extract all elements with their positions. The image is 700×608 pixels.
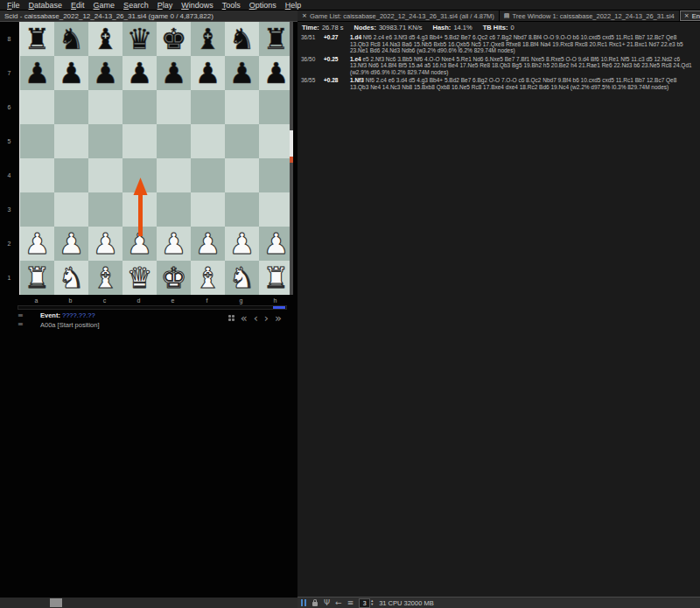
square-b3[interactable]	[54, 192, 88, 227]
square-h3[interactable]	[259, 192, 293, 227]
square-d1[interactable]: ♛	[122, 261, 157, 295]
pane-grip[interactable]	[50, 598, 62, 607]
square-d8[interactable]: ♛	[122, 22, 157, 56]
square-e2[interactable]: ♟	[157, 227, 191, 261]
square-a7[interactable]: ♟	[20, 56, 54, 90]
square-b6[interactable]	[54, 90, 88, 124]
menu-item-play[interactable]: Play	[153, 0, 178, 10]
multipv-spinbox[interactable]: 3 ▲ ▼	[359, 598, 374, 608]
square-h8[interactable]: ♜	[259, 22, 293, 56]
engine-line[interactable]: 36/50 +0.25 1.e4 e5 2.Nf3 Nc6 3.Bb5 Nf6 …	[301, 56, 696, 76]
square-f5[interactable]	[191, 124, 225, 158]
menu-item-windows[interactable]: Windows	[177, 0, 218, 10]
square-e7[interactable]: ♟	[157, 56, 191, 90]
square-b5[interactable]	[54, 124, 88, 158]
spin-down-icon[interactable]: ▼	[370, 603, 374, 606]
menu-item-tools[interactable]: Tools	[218, 0, 245, 10]
square-g5[interactable]	[225, 124, 259, 158]
square-h5[interactable]	[259, 124, 293, 158]
lines-list-button[interactable]: ≡	[347, 598, 354, 608]
square-a5[interactable]	[20, 124, 54, 158]
square-g6[interactable]	[225, 90, 259, 124]
square-a2[interactable]: ♟	[20, 227, 54, 261]
menu-item-options[interactable]: Options	[245, 0, 281, 10]
square-c7[interactable]: ♟	[88, 56, 122, 90]
square-h2[interactable]: ♟	[259, 227, 293, 261]
square-f4[interactable]	[191, 158, 225, 192]
square-g1[interactable]: ♞	[225, 261, 259, 295]
square-g7[interactable]: ♟	[225, 56, 259, 90]
close-icon[interactable]: ×	[302, 12, 307, 19]
square-f6[interactable]	[191, 90, 225, 124]
square-c3[interactable]	[88, 192, 122, 227]
back-arrow-button[interactable]: ←	[335, 598, 342, 608]
square-f7[interactable]: ♟	[191, 56, 225, 90]
square-d3[interactable]	[122, 192, 157, 227]
square-c5[interactable]	[88, 124, 122, 158]
forward-button[interactable]: ›	[264, 312, 269, 324]
square-d2[interactable]: ♟	[122, 227, 157, 261]
square-h6[interactable]	[259, 90, 293, 124]
back-button[interactable]: ‹	[254, 312, 258, 324]
square-f2[interactable]: ♟	[191, 227, 225, 261]
menu-item-file[interactable]: File	[3, 0, 24, 10]
menu-icon[interactable]: ≡	[18, 321, 24, 328]
close-icon[interactable]: ×	[684, 12, 690, 19]
square-g4[interactable]	[225, 158, 259, 192]
square-b4[interactable]	[54, 158, 88, 192]
multipv-value[interactable]: 3	[359, 598, 370, 608]
event-date-link[interactable]: ????.??.??	[62, 311, 95, 319]
square-e5[interactable]	[157, 124, 191, 158]
square-g8[interactable]: ♞	[225, 22, 259, 56]
square-f1[interactable]: ♝	[191, 261, 225, 295]
square-a3[interactable]	[20, 192, 54, 227]
square-h7[interactable]: ♟	[259, 56, 293, 90]
goto-end-button[interactable]: »	[275, 312, 282, 324]
menu-item-help[interactable]: Help	[281, 0, 306, 10]
menu-item-game[interactable]: Game	[89, 0, 120, 10]
eval-gauge-thumb[interactable]	[290, 130, 293, 157]
square-h1[interactable]: ♜	[259, 261, 293, 295]
lock-button[interactable]	[312, 598, 318, 607]
pause-button[interactable]	[301, 599, 306, 606]
square-c2[interactable]: ♟	[88, 227, 122, 261]
square-e3[interactable]	[157, 192, 191, 227]
goto-start-button[interactable]: «	[241, 312, 248, 324]
menu-item-search[interactable]: Search	[119, 0, 153, 10]
engine-line[interactable]: 36/55 +0.28 1.Nf3 Nf6 2.c4 e6 3.d4 d5 4.…	[301, 77, 696, 90]
tab-game-list[interactable]: × Game List: caissabase_2022_12_24-13_26…	[298, 10, 500, 21]
square-b7[interactable]: ♟	[54, 56, 88, 90]
square-d5[interactable]	[122, 124, 157, 158]
square-a6[interactable]	[20, 90, 54, 124]
uci-settings-button[interactable]: Ψ	[324, 598, 330, 608]
game-progress-bar[interactable]	[18, 305, 287, 310]
square-e1[interactable]: ♚	[157, 261, 191, 295]
square-e6[interactable]	[157, 90, 191, 124]
square-b1[interactable]: ♞	[54, 261, 88, 295]
tree-window-icon[interactable]: ▤	[504, 12, 510, 19]
engine-line[interactable]: 36/51 +0.27 1.d4 Nf6 2.c4 e6 3.Nf3 d5 4.…	[301, 34, 696, 54]
square-c8[interactable]: ♝	[88, 22, 122, 56]
menu-item-edit[interactable]: Edit	[66, 0, 89, 10]
square-d4[interactable]	[122, 158, 157, 192]
square-f8[interactable]: ♝	[191, 22, 225, 56]
spinner-arrows[interactable]: ▲ ▼	[370, 598, 374, 608]
tab-tree-window[interactable]: ▤ Tree Window 1: caissabase_2022_12_24-1…	[500, 10, 680, 21]
tab-engine-stockfish[interactable]: × Engine: Stockfish	[680, 10, 700, 21]
square-g2[interactable]: ♟	[225, 227, 259, 261]
square-d7[interactable]: ♟	[122, 56, 157, 90]
square-c1[interactable]: ♝	[88, 261, 122, 295]
square-g3[interactable]	[225, 192, 259, 227]
menu-item-database[interactable]: Database	[24, 0, 67, 10]
move-options-icon[interactable]	[228, 315, 234, 321]
square-a4[interactable]	[20, 158, 54, 192]
square-c4[interactable]	[88, 158, 122, 192]
square-a1[interactable]: ♜	[20, 261, 54, 295]
square-b2[interactable]: ♟	[54, 227, 88, 261]
square-a8[interactable]: ♜	[20, 22, 54, 56]
square-e8[interactable]: ♚	[157, 22, 191, 56]
square-d6[interactable]	[122, 90, 157, 124]
menu-icon[interactable]: ≡	[18, 312, 24, 319]
square-e4[interactable]	[157, 158, 191, 192]
square-b8[interactable]: ♞	[54, 22, 88, 56]
